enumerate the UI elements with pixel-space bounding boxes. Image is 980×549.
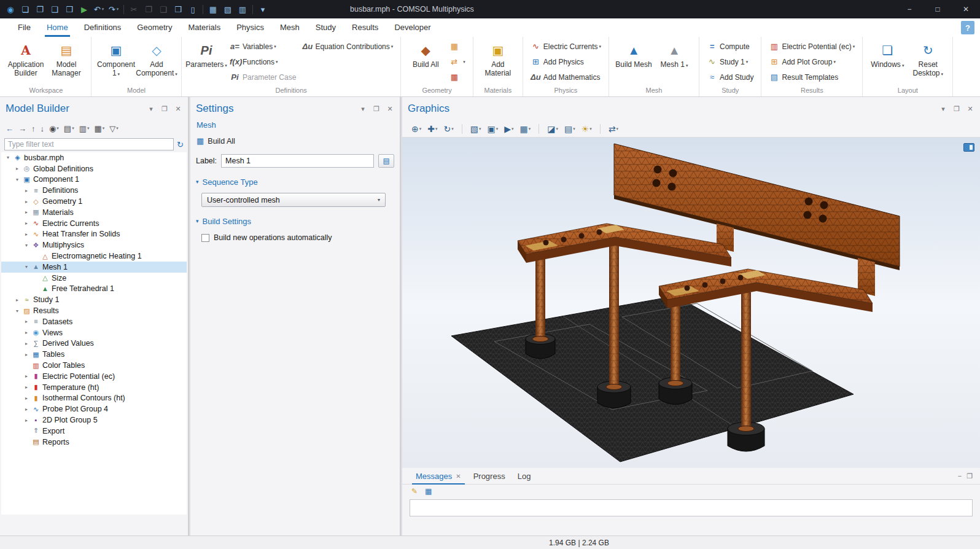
tab-geometry[interactable]: Geometry (129, 18, 180, 37)
sequence-type-select[interactable]: User-controlled mesh ▾ (201, 193, 386, 207)
add-study-button[interactable]: ≈Add Study (704, 69, 756, 85)
messages-table-button[interactable]: ▦ (423, 485, 434, 498)
maximize-button[interactable]: □ (924, 0, 952, 18)
replace-geometry-button[interactable]: ⇄▾ (446, 54, 469, 69)
tree-toggle-icon[interactable]: ▸ (22, 319, 31, 324)
tree-item-color-tables[interactable]: ▥Color Tables (1, 360, 187, 371)
close-panel-button[interactable]: ✕ (966, 105, 974, 112)
undo-button[interactable]: ↶▾ (91, 2, 106, 17)
help-button[interactable]: ? (961, 21, 974, 34)
tree-toggle-icon[interactable]: ▸ (22, 232, 31, 237)
new-file-button[interactable]: ❏ (18, 2, 33, 17)
tree-item-electric-potential-ec[interactable]: ▸▮Electric Potential (ec) (1, 371, 187, 382)
graphics-viewport[interactable] (402, 138, 980, 468)
tree-item-multiphysics[interactable]: ▾❖Multiphysics (1, 239, 187, 251)
messages-content[interactable] (410, 499, 973, 516)
filter-input[interactable] (4, 138, 174, 150)
zoom-button[interactable]: ⊕▾ (410, 122, 423, 136)
tree-item-datasets[interactable]: ▸≡Datasets (1, 316, 187, 327)
open-button[interactable]: ❐ (33, 2, 47, 17)
add-physics-button[interactable]: ⊞Add Physics (527, 54, 604, 69)
camera-button[interactable]: ▣▾ (486, 122, 500, 136)
mesh-1-button[interactable]: ▲Mesh 1▾ (654, 39, 694, 83)
tree-item-2d-plot-group-5[interactable]: ▸▪2D Plot Group 5 (1, 415, 187, 426)
zoom-document-button[interactable]: ▥ (235, 2, 250, 17)
functions-button[interactable]: f(x)Functions▾ (227, 54, 299, 69)
build-all-button[interactable]: ▦ Build All (194, 133, 396, 149)
tree-item-isothermal-contours-ht[interactable]: ▸▮Isothermal Contours (ht) (1, 393, 187, 404)
tree-toggle-icon[interactable]: ▸ (22, 209, 31, 215)
save-button[interactable]: ❑ (47, 2, 62, 17)
tree-toggle-icon[interactable]: ▾ (22, 243, 31, 248)
cut-button[interactable]: ✂ (126, 2, 141, 17)
float-panel-button[interactable]: ❐ (372, 105, 381, 112)
model-manager-button[interactable]: ▤Model Manager (46, 39, 87, 83)
tree-item-temperature-ht[interactable]: ▸▮Temperature (ht) (1, 382, 187, 393)
tab-home[interactable]: Home (39, 18, 76, 37)
tree-toggle-icon[interactable]: ▾ (13, 308, 21, 314)
busbar-3d-model[interactable] (402, 138, 980, 468)
parameter-case-button[interactable]: PiParameter Case (227, 69, 299, 85)
tree-item-electric-currents[interactable]: ▸∿Electric Currents (1, 218, 187, 229)
variables-button[interactable]: a=Variables▾ (227, 39, 299, 54)
tree-toggle-icon[interactable]: ▸ (22, 330, 31, 335)
show-in-model-tree-button[interactable]: ▤ (378, 154, 394, 168)
copy-button[interactable]: ❐ (141, 2, 156, 17)
tree-item-tables[interactable]: ▸▦Tables (1, 349, 187, 360)
image-snapshot-button[interactable]: ▧ (220, 2, 235, 17)
filter-button[interactable]: ▽▾ (107, 122, 120, 135)
tree-item-views[interactable]: ▸◉Views (1, 327, 187, 338)
tree-item-geometry-1[interactable]: ▸◇Geometry 1 (1, 196, 187, 207)
columns-button[interactable]: ▥▾ (77, 122, 91, 135)
run-button[interactable]: ▶ (77, 2, 91, 17)
tree-item-definitions[interactable]: ▸≡Definitions (1, 185, 187, 196)
minimize-panel-button[interactable]: − (958, 472, 962, 480)
tab-messages[interactable]: Messages✕ (410, 468, 467, 485)
tree-toggle-icon[interactable]: ▸ (13, 166, 21, 171)
tree-toggle-icon[interactable]: ▸ (22, 395, 31, 401)
move-down-button[interactable]: ↓ (39, 122, 47, 135)
tab-developer[interactable]: Developer (386, 18, 438, 37)
add-plot-group-button[interactable]: ⊞Add Plot Group▾ (766, 54, 858, 69)
duplicate-button[interactable]: ❒ (171, 2, 185, 17)
electric-currents-button[interactable]: ∿Electric Currents▾ (527, 39, 604, 54)
rotate-view-button[interactable]: ↻▾ (442, 122, 456, 136)
remove-details-button[interactable]: ▦ (446, 69, 469, 85)
nav-back-button[interactable]: ← (4, 122, 15, 135)
tree-toggle-icon[interactable]: ▸ (22, 373, 31, 379)
label-input[interactable] (221, 154, 374, 168)
tree-item-probe-plot-group-4[interactable]: ▸∿Probe Plot Group 4 (1, 403, 187, 415)
tab-file[interactable]: File (10, 18, 39, 37)
tree-toggle-icon[interactable]: ▸ (22, 188, 31, 193)
windows-button[interactable]: ❏Windows▾ (867, 39, 908, 83)
tab-progress[interactable]: Progress (467, 468, 511, 485)
edit-geometry-button[interactable]: ▦ (446, 39, 469, 54)
lighting-button[interactable]: ☀▾ (580, 122, 594, 136)
messages-pencil-button[interactable]: ✎ (410, 485, 419, 498)
grid-view-button[interactable]: ▦▾ (92, 122, 106, 135)
minimize-button[interactable]: − (895, 0, 924, 18)
tree-toggle-icon[interactable]: ▸ (22, 220, 31, 226)
float-panel-button[interactable]: ❐ (160, 105, 169, 112)
tree-toggle-icon[interactable]: ▸ (22, 407, 31, 412)
redo-button[interactable]: ↷▾ (106, 2, 121, 17)
close-panel-button[interactable]: ✕ (386, 105, 394, 112)
tree-item-free-tetrahedral-1[interactable]: ▲Free Tetrahedral 1 (1, 284, 187, 295)
build-all-button[interactable]: ◆Build All (405, 39, 446, 83)
tree-toggle-icon[interactable]: ▾ (22, 264, 31, 270)
tab-mesh[interactable]: Mesh (272, 18, 308, 37)
tree-item-materials[interactable]: ▸▦Materials (1, 207, 187, 218)
tree-item-electromagnetic-heating-1[interactable]: △Electromagnetic Heating 1 (1, 251, 187, 262)
preview-button[interactable]: ❒ (62, 2, 77, 17)
tree-item-size[interactable]: △Size (1, 273, 187, 284)
plot-grid-button[interactable]: ▤▾ (562, 122, 577, 136)
move-to-table-button[interactable]: ▦ (206, 2, 220, 17)
add-component-button[interactable]: ◇Add Component▾ (136, 39, 177, 83)
tree-item-results[interactable]: ▾▨Results (1, 305, 187, 316)
tab-study[interactable]: Study (308, 18, 344, 37)
result-templates-button[interactable]: ▤Result Templates (766, 69, 858, 85)
tree-toggle-icon[interactable]: ▸ (22, 418, 31, 423)
panel-menu-button[interactable]: ▾ (147, 105, 155, 112)
compute-button[interactable]: =Compute (704, 39, 756, 54)
close-panel-button[interactable]: ✕ (174, 105, 182, 112)
